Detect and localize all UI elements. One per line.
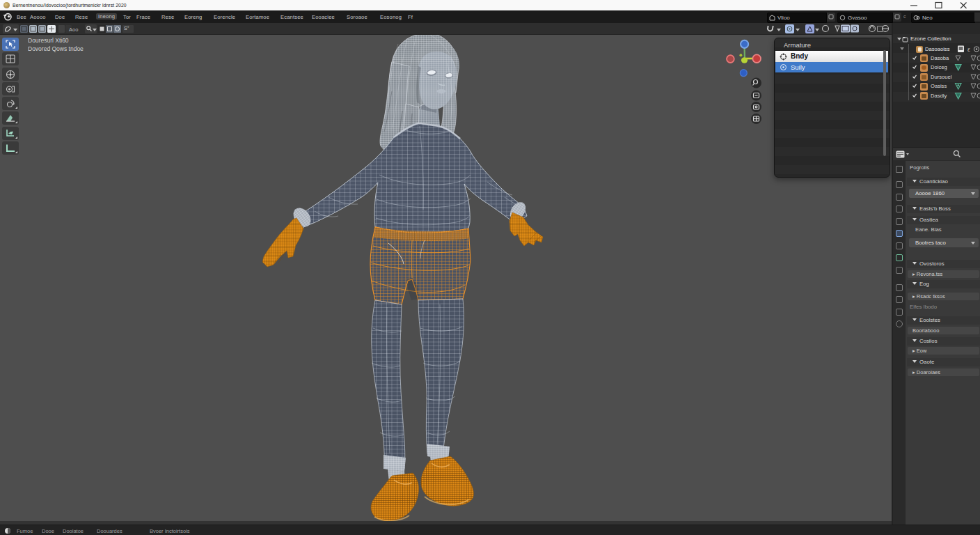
svg-text:ε: ε	[967, 46, 970, 53]
